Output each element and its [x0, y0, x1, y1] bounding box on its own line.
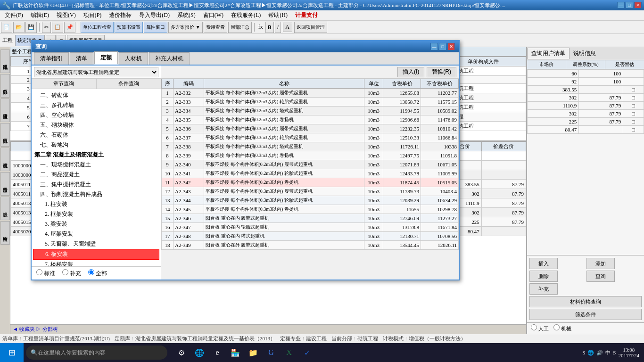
tree-library-select[interactable]: 湖北省房屋建筑与装饰工程消耗量定: [34, 67, 158, 77]
close-button[interactable]: ✕: [634, 2, 642, 8]
table-row[interactable]: 4A2-335平板焊接 每个构件体积(0.2m3以内) 卷扬机10m312906…: [162, 115, 459, 124]
menu-item-calc[interactable]: 计量支付: [291, 10, 322, 20]
table-row[interactable]: 15A2-346阳台板 重心在内 履带式起重机10m312746.6911273…: [162, 214, 459, 223]
taskbar-icon-excel[interactable]: X: [282, 346, 296, 360]
menu-item-project[interactable]: 项目(P): [80, 10, 106, 20]
table-row[interactable]: 383.55□: [528, 86, 644, 94]
btn-query[interactable]: 查询: [586, 271, 615, 282]
toolbar-bold[interactable]: B: [265, 22, 274, 33]
taskbar-icon-edge[interactable]: e: [210, 346, 224, 360]
table-row[interactable]: 80.47□: [528, 126, 644, 134]
taskbar-search[interactable]: 🔍 在这里输入你要搜索的内容: [26, 346, 167, 360]
tree-item-skylight[interactable]: 5. 天窗架、天窗端壁: [33, 239, 159, 249]
tree-item-hollow[interactable]: 四、空心砖墙: [33, 110, 159, 120]
sidebar-other[interactable]: 其他项目: [0, 123, 10, 147]
tab-quota[interactable]: 定额: [94, 51, 118, 65]
tree-item-block[interactable]: 五、砌块砌体: [33, 120, 159, 130]
table-row[interactable]: 17A2-348阳台板 重心在内 塔式起重机10m312130.7110708.…: [162, 232, 459, 241]
sidebar-personnel[interactable]: 人材机汇总: [0, 148, 10, 171]
sidebar-engineering[interactable]: 工程概况: [0, 49, 10, 73]
tree-item-central-mix[interactable]: 三、集中搅拌混凝土: [33, 180, 159, 189]
menu-item-system[interactable]: 系统(S): [173, 10, 199, 20]
taskbar-icon-chrome[interactable]: G: [264, 346, 278, 360]
toolbar-open[interactable]: 📂: [13, 22, 25, 33]
toolbar-save[interactable]: 💾: [25, 22, 37, 33]
table-row[interactable]: 1110.987.79□: [528, 102, 644, 110]
tree-item-commercial[interactable]: 二、商品混凝土: [33, 170, 159, 180]
menu-item-help[interactable]: 帮助(H): [264, 10, 291, 20]
menu-item-cost[interactable]: 造价指标: [105, 10, 135, 20]
table-row[interactable]: 8A2-339平板焊接 每个构件体积(0.3m3以内) 卷扬机10m312497…: [162, 151, 459, 160]
tree-item-column[interactable]: 1. 柱安装: [33, 199, 159, 209]
radio-suppl[interactable]: [62, 269, 68, 275]
tree-item-slab[interactable]: 6. 板安装: [33, 249, 159, 260]
sidebar-compat[interactable]: 符合性检查: [0, 221, 10, 245]
sidebar-report[interactable]: 报表: [0, 197, 10, 220]
toolbar-local[interactable]: 局部汇总: [228, 22, 252, 33]
dialog-maximize[interactable]: □: [439, 43, 446, 50]
tree-item-beam[interactable]: 3. 梁安装: [33, 219, 159, 229]
toolbar-new[interactable]: 📄: [1, 22, 12, 33]
menu-item-edit[interactable]: 编辑(E): [27, 10, 53, 20]
table-row[interactable]: 3A2-334平板焊接 每个构件体积(0.2m3以内) 塔式起重机10m3119…: [162, 107, 459, 115]
table-row[interactable]: 30287.79□: [528, 110, 644, 118]
taskbar-icon-browser[interactable]: 🌐: [192, 346, 206, 360]
btn-supplement[interactable]: 补充: [529, 283, 558, 295]
toolbar-unit-check[interactable]: 单位工程检查: [81, 22, 114, 33]
tree-item-trench[interactable]: 七、砖地沟: [33, 140, 159, 150]
table-row[interactable]: 6A2-337平板焊接 每个构件体积(0.3m3以内) 轮胎式起重机10m312…: [162, 133, 459, 142]
btn-filter[interactable]: 筛选条件: [529, 309, 642, 320]
menu-item-import[interactable]: 导入导出(D): [135, 10, 173, 20]
start-button[interactable]: ⊞: [0, 343, 24, 362]
radio-machine[interactable]: [553, 324, 560, 330]
table-row[interactable]: 1A2-332平板焊接 每个构件体积(0.2m3以内) 履带式起重机10m312…: [162, 89, 459, 98]
btn-insert[interactable]: 插入: [529, 258, 558, 269]
table-row[interactable]: 9A2-340平板不焊接 每个构件体积(0.2m3以内) 履带式起重机10m31…: [162, 160, 459, 169]
tree-content[interactable]: 二、砖砌体 三、多孔砖墙 四、空心砖墙 五、砌块砌体 六、石砌体 七、砖地沟 第…: [32, 89, 161, 266]
table-row[interactable]: 10A2-341平板不焊接 每个构件体积(0.2m3以内) 轮胎式起重机10m3…: [162, 169, 459, 178]
tree-item-stone[interactable]: 六、石砌体: [33, 130, 159, 140]
toolbar-italic[interactable]: I: [275, 22, 281, 33]
table-row[interactable]: 18A2-349阳台板 重心在外 履带式起重机10m313544.4512026…: [162, 241, 459, 250]
tree-item-frame[interactable]: 2. 框架安装: [33, 209, 159, 219]
table-row[interactable]: 2A2-333平板焊接 每个构件体积(0.2m3以内) 轮胎式起重机10m313…: [162, 98, 459, 107]
table-row[interactable]: 12A2-343平板不焊接 每个构件体积(0.3m3以内) 履带式起重机10m3…: [162, 187, 459, 196]
table-row[interactable]: 11A2-342平板不焊接 每个构件体积(0.2m3以内) 卷扬机10m3118…: [162, 178, 459, 187]
toolbar-paste[interactable]: 📌: [64, 22, 75, 33]
dialog-minimize[interactable]: —: [430, 43, 438, 50]
minimize-button[interactable]: —: [617, 2, 625, 8]
insert-btn[interactable]: 插入(I): [397, 67, 424, 77]
price-table-scroll[interactable]: 60100 92100 383.55□ 30287.79□ 1110.987.7…: [527, 69, 644, 255]
tree-item-brick[interactable]: 二、砖砌体: [33, 90, 159, 100]
radio-all[interactable]: [88, 269, 94, 275]
toolbar-copy[interactable]: 📋: [52, 22, 63, 33]
sidebar-fee[interactable]: 费用汇总: [0, 172, 10, 196]
taskbar-clock[interactable]: 13:08 2017/7/24: [618, 347, 639, 358]
toolbar-multi-report[interactable]: 多方案报价 ▼: [168, 22, 203, 33]
toolbar-color[interactable]: A: [283, 23, 292, 32]
toolbar-cut[interactable]: ✂: [42, 22, 51, 33]
table-row[interactable]: 30287.79□: [528, 94, 644, 102]
tree-item-stair[interactable]: 7. 楼梯安装: [33, 260, 159, 266]
btn-add[interactable]: 添加: [586, 258, 615, 269]
condition-query-btn[interactable]: 条件查询: [97, 79, 161, 89]
tab-supplement[interactable]: 补充人材机: [149, 52, 190, 65]
right-tab-info[interactable]: 说明信息: [570, 48, 600, 59]
table-row[interactable]: 16A2-347阳台板 重心在内 轮胎式起重机10m313178.811671.…: [162, 223, 459, 232]
table-row[interactable]: 60100: [528, 70, 644, 78]
dialog-close[interactable]: ✕: [447, 43, 455, 50]
btn-material-price[interactable]: 材料价格查询: [529, 296, 642, 307]
radio-labor[interactable]: [531, 324, 537, 330]
tree-item-roof[interactable]: 4. 屋架安装: [33, 229, 159, 239]
right-tab-query[interactable]: 查询用户清单: [527, 48, 570, 59]
maximize-button[interactable]: □: [626, 2, 633, 8]
toolbar-fee-check[interactable]: 费用查看: [204, 22, 227, 33]
toolbar-return-project[interactable]: 返回项目管理: [294, 22, 327, 33]
radio-standard[interactable]: [36, 269, 42, 275]
tree-item-prefab[interactable]: 四、预制混凝土构件成品: [33, 189, 159, 199]
taskbar-icon-todo[interactable]: ✓: [300, 346, 314, 360]
tree-item-field-mix[interactable]: 一、现场搅拌混凝土: [33, 160, 159, 170]
menu-item-window[interactable]: 窗口(W): [199, 10, 227, 20]
taskbar-icon-folder[interactable]: 📁: [246, 346, 260, 360]
tree-chapter2[interactable]: 第二章 混凝土及钢筋混凝土: [33, 150, 159, 160]
